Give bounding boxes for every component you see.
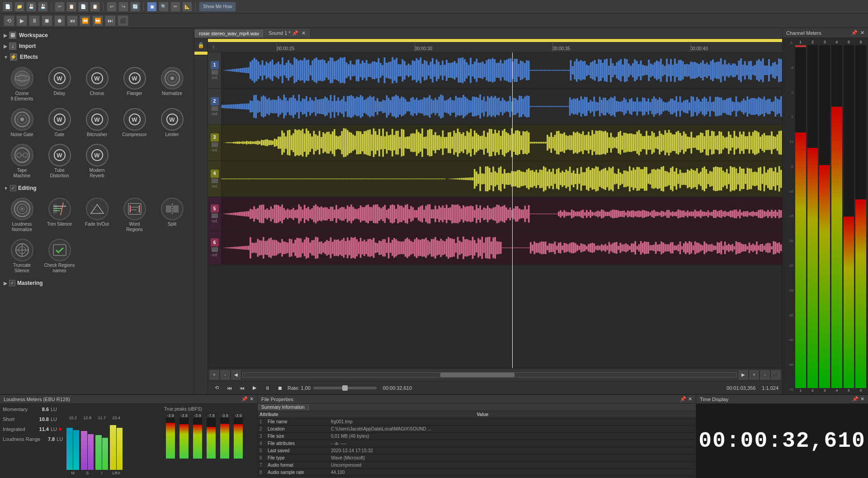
track-level-1: -Inf. [211,76,218,80]
pause-btn[interactable]: ⏸ [29,15,40,26]
file-tab-active[interactable]: rosie stereo_wav_mp4.wav [194,29,264,38]
fast-forward-btn[interactable]: ⏩ [92,15,103,26]
effect-compressor[interactable]: W Compressor [117,106,152,139]
editing-fadeinout[interactable]: Fade In/Out [80,196,114,234]
track-content-6[interactable] [222,231,782,265]
paste-btn[interactable]: 📄 [78,2,88,12]
effect-ozone[interactable]: Ozone9 Elements [5,65,39,104]
file-props-close[interactable]: ✕ [688,396,692,402]
track-content-4[interactable] [222,161,782,197]
loudness-close[interactable]: ✕ [250,396,254,402]
track-row-5: 5 — -Inf. [208,197,782,231]
import-section-header[interactable]: ▶ ↓ Import [0,41,194,52]
effect-normalize[interactable]: Normalize [155,65,189,104]
workspace-section-header[interactable]: ▶ ⊞ Workspace [0,30,194,41]
track-mute-5[interactable]: — [212,213,218,218]
pencil-btn[interactable]: ✏ [170,2,180,12]
rate-slider[interactable] [313,387,377,389]
effect-delay[interactable]: W Delay [42,65,77,104]
track-content-3[interactable] [222,125,782,161]
playback-stopfull-btn[interactable]: ⏹ [275,383,285,393]
file-props-pin[interactable]: 📌 [680,396,686,402]
show-me-how-btn[interactable]: Show Me How [199,2,236,12]
open-btn[interactable]: 📁 [14,2,24,12]
stop-btn[interactable]: ⏹ [42,15,52,26]
editing-trimsilence[interactable]: Trim Silence [42,196,77,234]
new-file-btn[interactable]: 📄 [3,2,13,12]
time-display-pin[interactable]: 📌 [852,396,859,402]
paste-special-btn[interactable]: 📋 [90,2,100,12]
channel-meters-pin[interactable]: 📌 [851,30,858,36]
redo-btn[interactable]: ↪ [118,2,128,12]
next-btn[interactable]: ⏭ [105,15,116,26]
effect-flanger[interactable]: W Flanger [117,65,152,104]
playback-prev-btn[interactable]: ⏮ [237,383,247,393]
lock-icon[interactable]: 🔒 [198,42,204,48]
save-btn[interactable]: 💾 [26,2,36,12]
time-display-close[interactable]: ✕ [860,396,864,402]
track-mute-6[interactable]: — [212,247,218,252]
track-mute-4[interactable]: — [212,179,218,183]
integrated-unit: LU [51,426,57,432]
playback-play-btn[interactable]: ▶ [250,383,259,393]
sound1-close[interactable]: ✕ [302,30,306,36]
effect-gate[interactable]: W Gate [42,106,77,139]
playback-pause-btn[interactable]: ⏸ [262,383,272,393]
scroll-prev-btn[interactable]: ◀ [231,370,241,379]
zoom-full-btn[interactable]: ⬛ [771,370,780,379]
zoom-btn[interactable]: 🔍 [159,2,169,12]
effect-bitcrusher[interactable]: W Bitcrusher [80,106,114,139]
editing-checkbox[interactable]: ✓ [10,185,16,191]
rewind-btn[interactable]: ⏪ [80,15,90,26]
effect-chorus[interactable]: W Chorus [80,65,114,104]
copy-btn[interactable]: 📋 [66,2,76,12]
fullscreen-btn[interactable]: ⬛ [118,15,128,26]
prev-btn[interactable]: ⏮ [67,15,78,26]
track-content-1[interactable]: // Will be drawn via JS below [222,52,782,88]
track-content-5[interactable] [222,197,782,231]
effects-section-header[interactable]: ▼ ⚡ Effects [0,52,194,62]
undo-btn[interactable]: ↩ [107,2,117,12]
editing-checkregionsnames[interactable]: Check Regionsnames [42,237,77,275]
file-tab-sound1[interactable]: Sound 1 * 📌 ✕ [264,29,310,38]
go-to-start-btn[interactable]: ⟲ [4,15,14,26]
effect-modernreverb[interactable]: W ModernReverb [80,142,114,180]
zoom-minus-btn[interactable]: - [760,370,769,379]
zoom-in-btn[interactable]: + [750,370,759,379]
mastering-arrow: ▶ [4,281,7,286]
track-mute-3[interactable]: — [212,142,218,147]
effect-limiter[interactable]: W Limiter [155,106,189,139]
loudness-pin[interactable]: 📌 [241,396,248,402]
playback-stop-btn[interactable]: ⏮ [224,383,234,393]
channel-meters-close[interactable]: ✕ [860,30,864,36]
editing-truncatesilence[interactable]: TruncateSilence [5,237,39,275]
select-btn[interactable]: ▣ [147,2,157,12]
playback-loop-btn[interactable]: ⟲ [212,383,222,393]
editing-section-header[interactable]: ▼ ✓ Editing [0,183,194,193]
effect-tubedistortion[interactable]: W TubeDistortion [42,142,77,180]
scroll-minus-btn[interactable]: - [221,370,230,379]
record-btn[interactable]: ⏺ [54,15,65,26]
mastering-label: Mastering [17,280,43,286]
scroll-next-btn[interactable]: ▶ [739,370,748,379]
scroll-bar[interactable] [242,372,737,378]
track-mute-2[interactable]: — [212,106,218,111]
save-all-btn[interactable]: 💾 [38,2,48,12]
scroll-left-btn[interactable]: + [210,370,219,379]
file-props-tab-active[interactable]: Summary Information [258,404,309,411]
editing-wordregions[interactable]: WordRegions [117,196,152,234]
track-mute-1[interactable]: — [212,70,218,75]
crop-btn[interactable]: 📐 [182,2,192,12]
svg-rect-107 [360,64,362,77]
peak-val-2: -3.9 [180,413,188,418]
cut-btn[interactable]: ✂ [55,2,65,12]
track-content-2[interactable] [222,89,782,124]
play-btn[interactable]: ▶ [16,15,27,26]
editing-loudnessnormalize[interactable]: LoudnessNormalize [5,196,39,234]
effect-noisegate[interactable]: Noise Gate [5,106,39,139]
mastering-section-header[interactable]: ▶ ✓ Mastering [0,278,194,288]
mastering-checkbox[interactable]: ✓ [9,280,15,286]
history-btn[interactable]: 🔄 [130,2,140,12]
effect-tapemachine[interactable]: TapeMachine [5,142,39,180]
editing-split[interactable]: Split [155,196,189,234]
